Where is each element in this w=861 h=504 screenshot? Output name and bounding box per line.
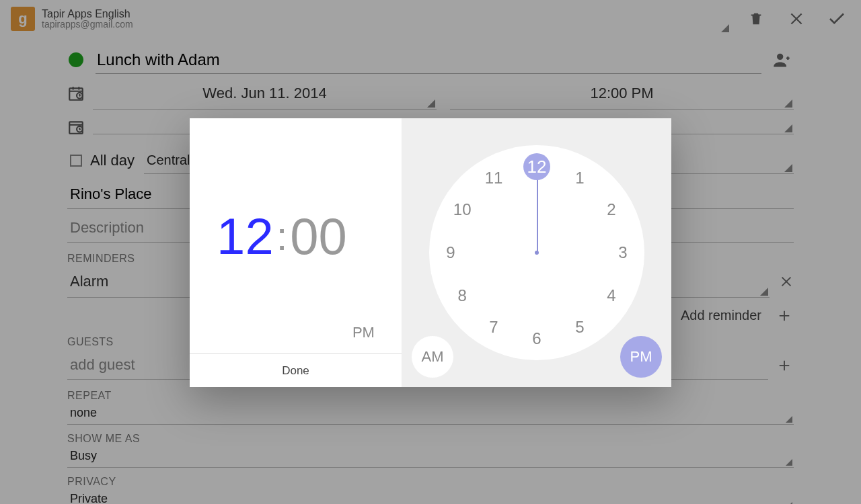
time-picker-dialog: 12 : 00 PM Done 121234567891011 AM PM bbox=[190, 118, 671, 387]
clock-number-2[interactable]: 2 bbox=[598, 196, 625, 223]
done-button[interactable]: Done bbox=[190, 353, 402, 387]
time-display: 12 : 00 PM bbox=[190, 118, 402, 353]
clock-number-7[interactable]: 7 bbox=[480, 314, 507, 341]
time-period: PM bbox=[352, 324, 375, 341]
clock-pivot bbox=[535, 251, 539, 255]
clock-number-3[interactable]: 3 bbox=[609, 239, 636, 266]
time-colon: : bbox=[276, 213, 288, 259]
clock-face[interactable]: 121234567891011 bbox=[429, 145, 644, 360]
clock-number-5[interactable]: 5 bbox=[566, 314, 593, 341]
clock-number-6[interactable]: 6 bbox=[523, 325, 550, 352]
clock-number-11[interactable]: 11 bbox=[480, 165, 507, 192]
clock-number-12[interactable]: 12 bbox=[523, 153, 550, 180]
time-minute[interactable]: 00 bbox=[290, 207, 347, 265]
pm-button[interactable]: PM bbox=[620, 336, 662, 378]
am-button[interactable]: AM bbox=[412, 336, 453, 378]
clock-number-10[interactable]: 10 bbox=[449, 196, 476, 223]
clock-number-1[interactable]: 1 bbox=[566, 165, 593, 192]
clock-number-4[interactable]: 4 bbox=[598, 282, 625, 309]
clock-number-9[interactable]: 9 bbox=[437, 239, 464, 266]
clock-number-8[interactable]: 8 bbox=[449, 282, 476, 309]
time-hour[interactable]: 12 bbox=[217, 207, 274, 265]
